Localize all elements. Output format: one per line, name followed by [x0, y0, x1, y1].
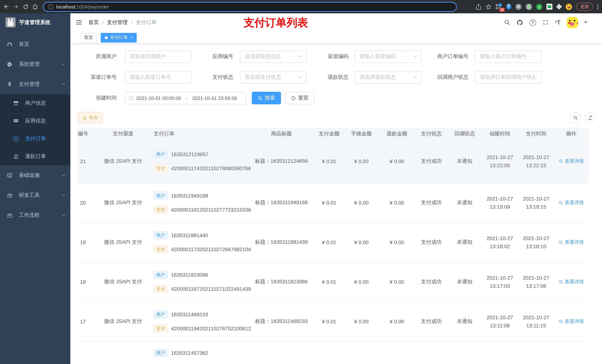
extension-pin-icon[interactable] [506, 4, 511, 10]
search-button[interactable]: 搜索 [252, 92, 281, 104]
search-icon[interactable] [504, 19, 510, 26]
page-title: 支付订单列表 [244, 16, 308, 30]
notify-status: 未通知 [448, 239, 481, 246]
browser-forward-icon[interactable] [12, 3, 20, 11]
pay-order-cell: 商户1635311457362 [148, 349, 248, 357]
view-detail-link[interactable]: 查看详情 [559, 279, 584, 285]
breadcrumb-item-0[interactable]: 首页 [88, 19, 99, 26]
filter-input[interactable]: 请选择所属商户 [125, 50, 191, 63]
breadcrumb-item-1[interactable]: 支付管理 [107, 19, 128, 26]
filter-input[interactable]: 请输入渠道订单号 [125, 71, 191, 83]
column-header-8: 回调状态 [448, 130, 481, 137]
tab-close-icon[interactable]: × [130, 35, 133, 40]
view-detail-link[interactable]: 查看详情 [559, 158, 584, 165]
share-icon[interactable] [476, 3, 481, 10]
avatar-caret-icon[interactable] [584, 21, 587, 23]
extensions-puzzle-icon[interactable] [557, 4, 562, 9]
sidebar-item-9[interactable]: 工作流程 [0, 205, 70, 225]
pay-order-no: 4200001174202110278060590766 [171, 165, 251, 171]
filter-select[interactable]: 请选择支付状态 [240, 71, 307, 83]
column-header-5: 手续金额 [344, 130, 379, 137]
profile-emoji-icon[interactable] [566, 3, 572, 10]
product-title: 标题：1635311468233 [248, 318, 315, 325]
date-end: 2021-10-31 23:59:59 [192, 95, 237, 101]
app-logo[interactable]: 芋道管理系统 [0, 13, 70, 31]
sidebar-item-label: 系统管理 [19, 61, 62, 68]
browser-update-button[interactable]: 更新 [576, 3, 593, 11]
sidebar-item-6[interactable]: 退款订单 [0, 148, 70, 165]
refresh-icon-button[interactable] [585, 113, 595, 123]
refund-amount: ¥ 0.00 [379, 279, 415, 285]
pay-order-no: 4200001194202110276752100612 [171, 325, 251, 332]
pay-status: 支付成功 [415, 239, 448, 246]
filter-select[interactable]: 请选择退款状态 [355, 71, 421, 83]
tagsview-bar: 首页支付订单× [70, 31, 602, 44]
chevron-down-icon [413, 74, 417, 78]
sidebar: 芋道管理系统 首页系统管理¥支付管理商户信息应用信息¥支付订单退款订单基础设施研… [0, 13, 70, 364]
github-icon[interactable] [516, 19, 523, 26]
fullscreen-icon[interactable] [542, 19, 548, 26]
sidebar-toggle-icon[interactable] [76, 19, 82, 26]
filter-label: 回调商户状态 [421, 74, 475, 81]
navbar-actions: ? TT [504, 17, 587, 28]
fee-amount: ¥ 0.00 [344, 279, 379, 285]
extension-command-icon[interactable]: ⌘ [515, 3, 522, 10]
filter-select[interactable]: 请选择订单回调商户状态 [475, 71, 542, 83]
breadcrumb-separator: / [131, 20, 133, 25]
export-button[interactable]: 导出 [78, 112, 103, 124]
grid-icon [12, 118, 20, 124]
filter-label: 退款状态 [307, 74, 355, 81]
extension-chat-icon[interactable] [547, 4, 552, 10]
fee-amount: ¥ 0.00 [344, 239, 379, 245]
browser-home-icon[interactable] [31, 3, 39, 11]
sidebar-item-2[interactable]: ¥支付管理 [0, 74, 70, 94]
browser-menu-icon[interactable] [597, 4, 598, 9]
filter-select[interactable]: 请选择应用信息 [240, 50, 307, 63]
notify-status: 未通知 [448, 199, 481, 206]
sidebar-item-1[interactable]: 系统管理 [0, 54, 70, 74]
address-bar[interactable]: i localhost:1024/pay/order [43, 2, 457, 12]
reset-button[interactable]: 重置 [285, 92, 314, 104]
page-info-icon[interactable]: i [48, 4, 53, 9]
table-row-4: 17微信 JSAPI 支付商户1635311468233支付4200001194… [78, 302, 589, 342]
order-id: 18 [78, 279, 98, 285]
extension-recorder-icon[interactable] [526, 3, 532, 10]
browser-reload-icon[interactable] [22, 3, 30, 11]
sidebar-item-3[interactable]: 商户信息 [0, 94, 70, 112]
navbar: 首页/支付管理/支付订单 支付订单列表 ? TT [70, 13, 602, 31]
browser-toolbar: i localhost:1024/pay/order 10 ⌘ y 更新 [0, 0, 602, 13]
filter-select[interactable]: 请输入渠道编码 [355, 50, 421, 63]
user-avatar[interactable] [567, 17, 578, 28]
order-id: 21 [78, 158, 98, 164]
sidebar-item-0[interactable]: 首页 [0, 34, 70, 54]
sidebar-item-7[interactable]: 基础设施 [0, 165, 70, 185]
hide-search-icon-button[interactable] [570, 113, 580, 123]
dashboard-icon [6, 42, 14, 47]
sidebar-item-4[interactable]: 应用信息 [0, 112, 70, 130]
view-detail-link[interactable]: 查看详情 [559, 318, 584, 325]
filter-input[interactable]: 请输入商户订单编号 [475, 50, 542, 63]
browser-back-icon[interactable] [2, 3, 10, 11]
pay-amount: ¥ 0.01 [315, 239, 344, 245]
sidebar-item-label: 首页 [19, 41, 65, 48]
url-text: localhost:1024/pay/order [56, 4, 109, 10]
font-size-icon[interactable]: TT [555, 20, 560, 25]
sidebar-item-5[interactable]: ¥支付订单 [0, 130, 70, 148]
view-detail-link[interactable]: 查看详情 [559, 239, 584, 246]
bookmark-star-icon[interactable] [485, 3, 492, 10]
chevron-down-icon [62, 192, 65, 196]
extension-y-icon[interactable]: y [536, 3, 542, 10]
help-icon[interactable]: ? [529, 19, 536, 26]
extension-tabs-icon[interactable]: 10 [496, 3, 502, 10]
pay-amount: ¥ 0.01 [315, 200, 344, 206]
order-id: 17 [78, 319, 98, 324]
tab-0[interactable]: 首页 [80, 33, 97, 42]
orders-table: 编号支付渠道支付订单商品标题支付金额手续金额退款金额支付状态回调状态创建时间支付… [78, 128, 596, 364]
view-detail-link[interactable]: 查看详情 [559, 199, 584, 206]
pay-amount: ¥ 0.01 [315, 319, 344, 324]
date-range-input[interactable]: 2021-10-01 00:00:00 - 2021-10-31 23:59:5… [125, 92, 246, 104]
sidebar-item-8[interactable]: 研发工具 [0, 185, 70, 205]
filter-label: 渠道编码 [307, 53, 355, 60]
table-row-0: 21微信 JSAPI 支付商户1635312124657支付4200001174… [78, 140, 589, 183]
tab-1[interactable]: 支付订单× [101, 33, 137, 42]
